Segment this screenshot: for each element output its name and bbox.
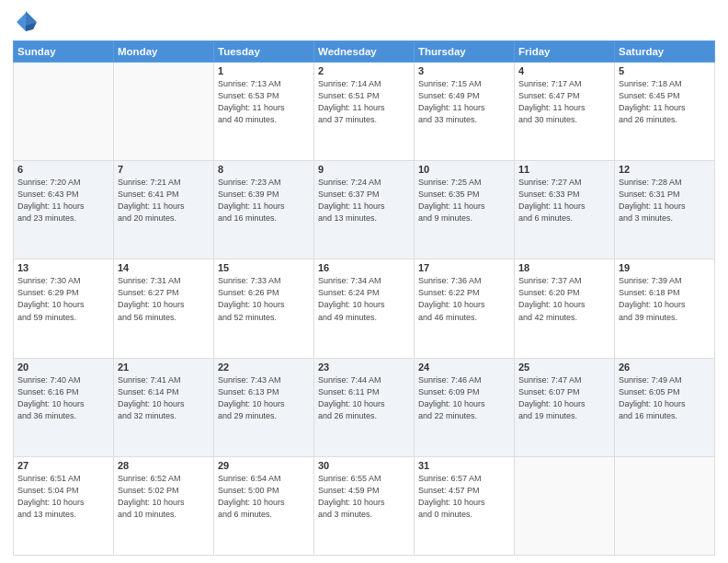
day-detail: Sunrise: 7:27 AM Sunset: 6:33 PM Dayligh… — [518, 177, 610, 224]
weekday-header-row: SundayMondayTuesdayWednesdayThursdayFrid… — [14, 41, 715, 63]
calendar-cell — [515, 456, 615, 555]
calendar-cell: 13Sunrise: 7:30 AM Sunset: 6:29 PM Dayli… — [14, 259, 114, 358]
day-detail: Sunrise: 6:54 AM Sunset: 5:00 PM Dayligh… — [218, 473, 310, 521]
day-detail: Sunrise: 7:33 AM Sunset: 6:26 PM Dayligh… — [218, 275, 310, 323]
calendar-cell: 10Sunrise: 7:25 AM Sunset: 6:35 PM Dayli… — [415, 161, 515, 259]
calendar-cell: 22Sunrise: 7:43 AM Sunset: 6:13 PM Dayli… — [214, 358, 314, 456]
calendar-cell: 1Sunrise: 7:13 AM Sunset: 6:53 PM Daylig… — [214, 63, 314, 161]
day-number: 23 — [318, 362, 410, 373]
calendar-cell: 7Sunrise: 7:21 AM Sunset: 6:41 PM Daylig… — [114, 161, 214, 259]
calendar-cell: 28Sunrise: 6:52 AM Sunset: 5:02 PM Dayli… — [114, 456, 214, 555]
day-detail: Sunrise: 7:41 AM Sunset: 6:14 PM Dayligh… — [118, 374, 210, 422]
logo-icon — [13, 9, 39, 35]
day-detail: Sunrise: 7:25 AM Sunset: 6:35 PM Dayligh… — [418, 177, 510, 224]
day-detail: Sunrise: 7:47 AM Sunset: 6:07 PM Dayligh… — [518, 374, 610, 422]
calendar-cell: 6Sunrise: 7:20 AM Sunset: 6:43 PM Daylig… — [14, 161, 114, 259]
calendar-cell: 21Sunrise: 7:41 AM Sunset: 6:14 PM Dayli… — [114, 358, 214, 456]
day-detail: Sunrise: 7:30 AM Sunset: 6:29 PM Dayligh… — [17, 275, 109, 323]
day-detail: Sunrise: 6:57 AM Sunset: 4:57 PM Dayligh… — [418, 473, 510, 521]
weekday-header-thursday: Thursday — [415, 41, 515, 63]
day-detail: Sunrise: 7:31 AM Sunset: 6:27 PM Dayligh… — [118, 275, 210, 323]
day-number: 8 — [218, 164, 310, 175]
day-detail: Sunrise: 7:17 AM Sunset: 6:47 PM Dayligh… — [518, 78, 610, 126]
day-detail: Sunrise: 7:36 AM Sunset: 6:22 PM Dayligh… — [418, 275, 510, 323]
day-detail: Sunrise: 7:34 AM Sunset: 6:24 PM Dayligh… — [318, 275, 410, 323]
day-number: 1 — [218, 65, 310, 76]
day-detail: Sunrise: 6:52 AM Sunset: 5:02 PM Dayligh… — [118, 473, 210, 521]
weekday-header-sunday: Sunday — [14, 41, 114, 63]
day-detail: Sunrise: 7:28 AM Sunset: 6:31 PM Dayligh… — [619, 177, 711, 224]
calendar-cell: 4Sunrise: 7:17 AM Sunset: 6:47 PM Daylig… — [515, 63, 615, 161]
calendar-cell: 17Sunrise: 7:36 AM Sunset: 6:22 PM Dayli… — [415, 259, 515, 358]
calendar-week-row: 1Sunrise: 7:13 AM Sunset: 6:53 PM Daylig… — [14, 63, 715, 161]
calendar-cell: 25Sunrise: 7:47 AM Sunset: 6:07 PM Dayli… — [515, 358, 615, 456]
day-number: 6 — [17, 164, 109, 175]
calendar-cell: 16Sunrise: 7:34 AM Sunset: 6:24 PM Dayli… — [314, 259, 415, 358]
day-number: 30 — [318, 460, 410, 471]
weekday-header-tuesday: Tuesday — [214, 41, 314, 63]
calendar-cell: 5Sunrise: 7:18 AM Sunset: 6:45 PM Daylig… — [615, 63, 715, 161]
day-detail: Sunrise: 7:40 AM Sunset: 6:16 PM Dayligh… — [17, 374, 109, 422]
calendar-cell: 27Sunrise: 6:51 AM Sunset: 5:04 PM Dayli… — [14, 456, 114, 555]
day-number: 26 — [619, 362, 711, 373]
day-detail: Sunrise: 7:13 AM Sunset: 6:53 PM Dayligh… — [218, 78, 310, 126]
header — [13, 9, 715, 35]
day-number: 18 — [518, 262, 610, 273]
calendar-cell: 14Sunrise: 7:31 AM Sunset: 6:27 PM Dayli… — [114, 259, 214, 358]
calendar-cell: 9Sunrise: 7:24 AM Sunset: 6:37 PM Daylig… — [314, 161, 415, 259]
calendar-cell: 23Sunrise: 7:44 AM Sunset: 6:11 PM Dayli… — [314, 358, 415, 456]
day-detail: Sunrise: 7:44 AM Sunset: 6:11 PM Dayligh… — [318, 374, 410, 422]
calendar-table: SundayMondayTuesdayWednesdayThursdayFrid… — [13, 40, 715, 556]
logo — [13, 9, 42, 35]
day-detail: Sunrise: 7:14 AM Sunset: 6:51 PM Dayligh… — [318, 78, 410, 126]
day-number: 21 — [118, 362, 210, 373]
calendar-cell: 18Sunrise: 7:37 AM Sunset: 6:20 PM Dayli… — [515, 259, 615, 358]
calendar-week-row: 20Sunrise: 7:40 AM Sunset: 6:16 PM Dayli… — [14, 358, 715, 456]
day-number: 28 — [118, 460, 210, 471]
calendar-week-row: 6Sunrise: 7:20 AM Sunset: 6:43 PM Daylig… — [14, 161, 715, 259]
calendar-cell: 20Sunrise: 7:40 AM Sunset: 6:16 PM Dayli… — [14, 358, 114, 456]
day-number: 16 — [318, 262, 410, 273]
day-detail: Sunrise: 7:37 AM Sunset: 6:20 PM Dayligh… — [518, 275, 610, 323]
day-detail: Sunrise: 7:21 AM Sunset: 6:41 PM Dayligh… — [118, 177, 210, 224]
day-number: 24 — [418, 362, 510, 373]
day-number: 3 — [418, 65, 510, 76]
day-detail: Sunrise: 7:24 AM Sunset: 6:37 PM Dayligh… — [318, 177, 410, 224]
day-number: 31 — [418, 460, 510, 471]
page: SundayMondayTuesdayWednesdayThursdayFrid… — [0, 0, 728, 563]
day-detail: Sunrise: 7:23 AM Sunset: 6:39 PM Dayligh… — [218, 177, 310, 224]
calendar-cell: 19Sunrise: 7:39 AM Sunset: 6:18 PM Dayli… — [615, 259, 715, 358]
day-detail: Sunrise: 6:55 AM Sunset: 4:59 PM Dayligh… — [318, 473, 410, 521]
calendar-cell: 12Sunrise: 7:28 AM Sunset: 6:31 PM Dayli… — [615, 161, 715, 259]
calendar-cell — [114, 63, 214, 161]
day-number: 27 — [17, 460, 109, 471]
weekday-header-friday: Friday — [515, 41, 615, 63]
day-number: 15 — [218, 262, 310, 273]
day-number: 10 — [418, 164, 510, 175]
calendar-cell — [615, 456, 715, 555]
day-number: 12 — [619, 164, 711, 175]
day-number: 2 — [318, 65, 410, 76]
calendar-week-row: 13Sunrise: 7:30 AM Sunset: 6:29 PM Dayli… — [14, 259, 715, 358]
calendar-cell: 15Sunrise: 7:33 AM Sunset: 6:26 PM Dayli… — [214, 259, 314, 358]
calendar-cell — [14, 63, 114, 161]
day-number: 14 — [118, 262, 210, 273]
day-number: 13 — [17, 262, 109, 273]
calendar-cell: 2Sunrise: 7:14 AM Sunset: 6:51 PM Daylig… — [314, 63, 415, 161]
calendar-week-row: 27Sunrise: 6:51 AM Sunset: 5:04 PM Dayli… — [14, 456, 715, 555]
calendar-cell: 31Sunrise: 6:57 AM Sunset: 4:57 PM Dayli… — [415, 456, 515, 555]
calendar-cell: 30Sunrise: 6:55 AM Sunset: 4:59 PM Dayli… — [314, 456, 415, 555]
day-detail: Sunrise: 6:51 AM Sunset: 5:04 PM Dayligh… — [17, 473, 109, 521]
day-number: 19 — [619, 262, 711, 273]
day-number: 7 — [118, 164, 210, 175]
day-number: 17 — [418, 262, 510, 273]
calendar-cell: 11Sunrise: 7:27 AM Sunset: 6:33 PM Dayli… — [515, 161, 615, 259]
day-detail: Sunrise: 7:20 AM Sunset: 6:43 PM Dayligh… — [17, 177, 109, 224]
weekday-header-wednesday: Wednesday — [314, 41, 415, 63]
day-number: 5 — [619, 65, 711, 76]
day-detail: Sunrise: 7:49 AM Sunset: 6:05 PM Dayligh… — [619, 374, 711, 422]
calendar-cell: 8Sunrise: 7:23 AM Sunset: 6:39 PM Daylig… — [214, 161, 314, 259]
day-number: 11 — [518, 164, 610, 175]
weekday-header-saturday: Saturday — [615, 41, 715, 63]
day-detail: Sunrise: 7:15 AM Sunset: 6:49 PM Dayligh… — [418, 78, 510, 126]
